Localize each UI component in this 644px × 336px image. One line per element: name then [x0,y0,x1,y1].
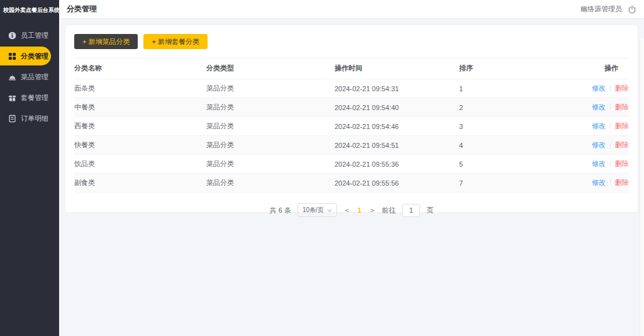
cell-name: 副食类 [74,174,206,193]
pagination: 共 6 条 10条/页 < 1 > 前往 页 [74,203,629,217]
table-row: 副食类 菜品分类 2024-02-21 09:55:56 7 修改删除 [74,174,629,193]
cell-type: 菜品分类 [206,174,335,193]
delete-link[interactable]: 删除 [615,141,629,148]
app-window: 校园外卖点餐后台系统 员工管理 分类管理 菜品管理 [0,0,644,336]
logout-power-icon[interactable] [628,5,636,14]
browser-scrollbar[interactable] [640,38,644,336]
sidebar-item-dish[interactable]: 菜品管理 [0,67,59,86]
col-header-actions: 操作 [553,59,629,79]
sidebar-item-orders[interactable]: 订单明细 [0,109,59,128]
goto-label: 前往 [382,206,396,215]
current-page-button[interactable]: 1 [357,206,363,214]
delete-link[interactable]: 删除 [615,84,629,92]
sidebar-menu: 员工管理 分类管理 菜品管理 套餐管理 [0,26,59,128]
topbar-user-area: 幽络源管理员 [580,4,636,14]
cell-type: 菜品分类 [206,136,335,155]
table-row: 中餐类 菜品分类 2024-02-21 09:54:40 2 修改删除 [74,98,629,117]
order-icon [8,115,16,123]
edit-link[interactable]: 修改 [592,141,606,148]
sidebar-item-label: 菜品管理 [21,72,48,82]
sidebar-item-label: 员工管理 [21,31,48,40]
page-unit-label: 页 [426,206,433,215]
cell-name: 西餐类 [74,117,206,136]
cell-sort: 2 [459,98,553,117]
sidebar-item-label: 套餐管理 [21,93,48,103]
table-row: 面条类 菜品分类 2024-02-21 09:54:31 1 修改删除 [74,79,629,98]
sidebar-item-category[interactable]: 分类管理 [0,47,51,65]
cell-type: 菜品分类 [206,155,335,174]
cell-time: 2024-02-21 09:55:36 [335,155,459,174]
page-size-select[interactable]: 10条/页 [297,203,337,217]
category-card: + 新增菜品分类 + 新增套餐分类 分类名称 分类类型 操作时间 排序 操作 [65,25,638,212]
cell-name: 快餐类 [74,136,206,155]
col-header-sort: 排序 [459,59,553,79]
chevron-down-icon [327,209,332,212]
sidebar-item-employee[interactable]: 员工管理 [0,26,59,45]
grid-icon [8,52,16,60]
col-header-time: 操作时间 [335,59,459,79]
category-table: 分类名称 分类类型 操作时间 排序 操作 面条类 菜品分类 2024-02-21… [74,58,629,193]
add-dish-category-button[interactable]: + 新增菜品分类 [74,34,138,49]
cell-type: 菜品分类 [206,117,335,136]
table-header-row: 分类名称 分类类型 操作时间 排序 操作 [74,59,629,79]
cell-time: 2024-02-21 09:54:40 [335,98,459,117]
action-separator [610,85,611,91]
cell-name: 面条类 [74,79,206,98]
table-row: 快餐类 菜品分类 2024-02-21 09:54:51 4 修改删除 [74,136,629,155]
goto-page-input[interactable] [402,204,420,217]
cell-sort: 3 [459,117,553,136]
main-area: 分类管理 幽络源管理员 + 新增菜品分类 + 新增套餐分类 分类名 [59,0,644,336]
action-separator [610,142,611,148]
cell-name: 中餐类 [74,98,206,117]
sidebar-item-combo[interactable]: 套餐管理 [0,88,59,107]
cell-time: 2024-02-21 09:54:51 [335,136,459,155]
current-user-label: 幽络源管理员 [580,4,622,14]
total-count-label: 共 6 条 [270,206,291,215]
info-icon [8,31,16,40]
cell-type: 菜品分类 [206,98,335,117]
table-row: 饮品类 菜品分类 2024-02-21 09:55:36 5 修改删除 [74,155,629,174]
edit-link[interactable]: 修改 [592,179,606,186]
col-header-name: 分类名称 [74,59,206,79]
gift-icon [8,94,16,102]
cell-sort: 4 [459,136,553,155]
cell-sort: 7 [459,174,553,193]
prev-page-button[interactable]: < [343,206,350,215]
cell-name: 饮品类 [74,155,206,174]
edit-link[interactable]: 修改 [592,103,606,111]
topbar: 分类管理 幽络源管理员 [59,0,644,19]
table-row: 西餐类 菜品分类 2024-02-21 09:54:46 3 修改删除 [74,117,629,136]
sidebar-item-label: 订单明细 [21,114,48,123]
delete-link[interactable]: 删除 [615,122,629,130]
cell-time: 2024-02-21 09:55:56 [335,174,459,193]
sidebar: 校园外卖点餐后台系统 员工管理 分类管理 菜品管理 [0,0,59,336]
content-area: + 新增菜品分类 + 新增套餐分类 分类名称 分类类型 操作时间 排序 操作 [59,19,644,336]
action-separator [610,104,611,110]
action-separator [610,160,611,167]
next-page-button[interactable]: > [369,206,376,215]
edit-link[interactable]: 修改 [592,84,606,92]
cell-sort: 1 [459,79,553,98]
cell-time: 2024-02-21 09:54:46 [335,117,459,136]
app-title: 校园外卖点餐后台系统 [0,0,59,23]
delete-link[interactable]: 删除 [615,160,629,167]
page-size-value: 10条/页 [303,206,324,215]
action-separator [610,179,611,186]
add-combo-category-button[interactable]: + 新增套餐分类 [143,34,207,49]
cell-time: 2024-02-21 09:54:31 [335,79,459,98]
toolbar: + 新增菜品分类 + 新增套餐分类 [74,34,629,58]
cell-type: 菜品分类 [206,79,335,98]
edit-link[interactable]: 修改 [592,160,606,167]
page-title: 分类管理 [67,4,97,14]
edit-link[interactable]: 修改 [592,122,606,130]
dish-icon [8,73,16,81]
delete-link[interactable]: 删除 [615,179,629,186]
sidebar-item-label: 分类管理 [21,52,48,61]
col-header-type: 分类类型 [206,59,335,79]
cell-sort: 5 [459,155,553,174]
action-separator [610,123,611,129]
delete-link[interactable]: 删除 [615,103,629,111]
